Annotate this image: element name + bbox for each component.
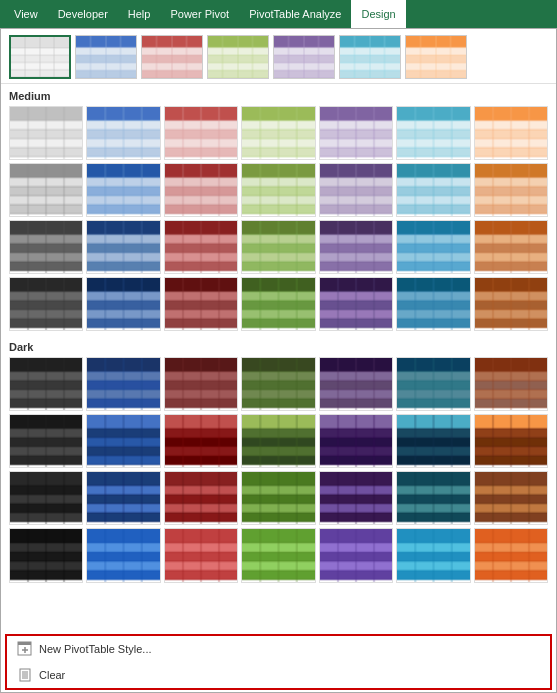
medium-style-item[interactable] [474, 528, 548, 582]
style-thumbnail[interactable] [86, 220, 160, 274]
medium-style-item[interactable] [164, 471, 238, 525]
medium-style-item[interactable] [319, 471, 393, 525]
style-thumbnail[interactable] [319, 414, 393, 468]
style-thumbnail[interactable] [474, 471, 548, 525]
style-thumbnail[interactable] [164, 106, 238, 160]
light-style-4[interactable] [273, 35, 335, 79]
medium-style-item[interactable] [241, 528, 315, 582]
medium-style-item[interactable] [9, 106, 83, 160]
medium-style-item[interactable] [319, 163, 393, 217]
style-thumbnail[interactable] [319, 471, 393, 525]
style-thumbnail[interactable] [9, 528, 83, 582]
medium-style-item[interactable] [319, 277, 393, 331]
medium-style-item[interactable] [396, 528, 470, 582]
style-thumbnail[interactable] [164, 471, 238, 525]
medium-style-item[interactable] [241, 357, 315, 411]
style-thumbnail[interactable] [474, 220, 548, 274]
light-style-5[interactable] [339, 35, 401, 79]
style-thumbnail[interactable] [319, 357, 393, 411]
style-thumbnail[interactable] [474, 528, 548, 582]
style-thumbnail[interactable] [319, 528, 393, 582]
style-thumbnail[interactable] [9, 414, 83, 468]
style-thumbnail[interactable] [164, 163, 238, 217]
style-thumbnail[interactable] [9, 277, 83, 331]
medium-style-item[interactable] [86, 163, 160, 217]
medium-style-item[interactable] [396, 414, 470, 468]
tab-pivottable-analyze[interactable]: PivotTable Analyze [239, 0, 351, 28]
style-thumbnail[interactable] [164, 357, 238, 411]
medium-style-item[interactable] [319, 357, 393, 411]
style-thumbnail[interactable] [241, 471, 315, 525]
medium-style-item[interactable] [86, 220, 160, 274]
style-thumbnail[interactable] [319, 277, 393, 331]
medium-style-item[interactable] [241, 471, 315, 525]
medium-style-item[interactable] [241, 277, 315, 331]
medium-style-item[interactable] [86, 357, 160, 411]
style-thumbnail[interactable] [164, 414, 238, 468]
medium-style-item[interactable] [9, 357, 83, 411]
medium-style-item[interactable] [164, 357, 238, 411]
tab-design[interactable]: Design [351, 0, 405, 28]
light-style-selected[interactable] [9, 35, 71, 79]
medium-style-item[interactable] [241, 414, 315, 468]
style-thumbnail[interactable] [396, 220, 470, 274]
medium-style-item[interactable] [241, 106, 315, 160]
light-style-3[interactable] [207, 35, 269, 79]
style-thumbnail[interactable] [396, 414, 470, 468]
light-style-1[interactable] [75, 35, 137, 79]
medium-style-item[interactable] [164, 528, 238, 582]
style-thumbnail[interactable] [86, 357, 160, 411]
medium-style-item[interactable] [474, 106, 548, 160]
medium-style-item[interactable] [164, 220, 238, 274]
medium-style-item[interactable] [164, 414, 238, 468]
medium-style-item[interactable] [9, 471, 83, 525]
medium-style-item[interactable] [474, 414, 548, 468]
new-pivottable-style-button[interactable]: New PivotTable Style... [7, 636, 550, 662]
style-thumbnail[interactable] [474, 357, 548, 411]
medium-style-item[interactable] [164, 106, 238, 160]
medium-style-item[interactable] [319, 106, 393, 160]
medium-style-item[interactable] [396, 471, 470, 525]
style-thumbnail[interactable] [241, 357, 315, 411]
style-thumbnail[interactable] [319, 220, 393, 274]
medium-style-item[interactable] [9, 414, 83, 468]
style-thumbnail[interactable] [474, 106, 548, 160]
style-thumbnail[interactable] [9, 357, 83, 411]
medium-style-item[interactable] [9, 528, 83, 582]
light-style-2[interactable] [141, 35, 203, 79]
style-thumbnail[interactable] [9, 106, 83, 160]
medium-style-item[interactable] [474, 220, 548, 274]
style-thumbnail[interactable] [86, 163, 160, 217]
style-thumbnail[interactable] [474, 163, 548, 217]
medium-style-item[interactable] [86, 414, 160, 468]
medium-style-item[interactable] [474, 277, 548, 331]
style-thumbnail[interactable] [396, 528, 470, 582]
medium-style-item[interactable] [86, 277, 160, 331]
light-style-6[interactable] [405, 35, 467, 79]
medium-style-item[interactable] [86, 528, 160, 582]
medium-style-item[interactable] [396, 163, 470, 217]
medium-style-item[interactable] [9, 163, 83, 217]
style-thumbnail[interactable] [164, 528, 238, 582]
style-thumbnail[interactable] [86, 528, 160, 582]
medium-style-item[interactable] [86, 471, 160, 525]
styles-scroll-area[interactable]: Medium Dark [1, 84, 556, 632]
medium-style-item[interactable] [474, 471, 548, 525]
medium-style-item[interactable] [9, 277, 83, 331]
style-thumbnail[interactable] [396, 106, 470, 160]
style-thumbnail[interactable] [319, 163, 393, 217]
style-thumbnail[interactable] [241, 277, 315, 331]
medium-style-item[interactable] [164, 163, 238, 217]
style-thumbnail[interactable] [319, 106, 393, 160]
style-thumbnail[interactable] [86, 106, 160, 160]
medium-style-item[interactable] [396, 106, 470, 160]
medium-style-item[interactable] [396, 277, 470, 331]
medium-style-item[interactable] [474, 163, 548, 217]
medium-style-item[interactable] [396, 357, 470, 411]
medium-style-item[interactable] [319, 414, 393, 468]
style-thumbnail[interactable] [474, 414, 548, 468]
medium-style-item[interactable] [319, 528, 393, 582]
medium-style-item[interactable] [319, 220, 393, 274]
style-thumbnail[interactable] [164, 277, 238, 331]
style-thumbnail[interactable] [241, 163, 315, 217]
